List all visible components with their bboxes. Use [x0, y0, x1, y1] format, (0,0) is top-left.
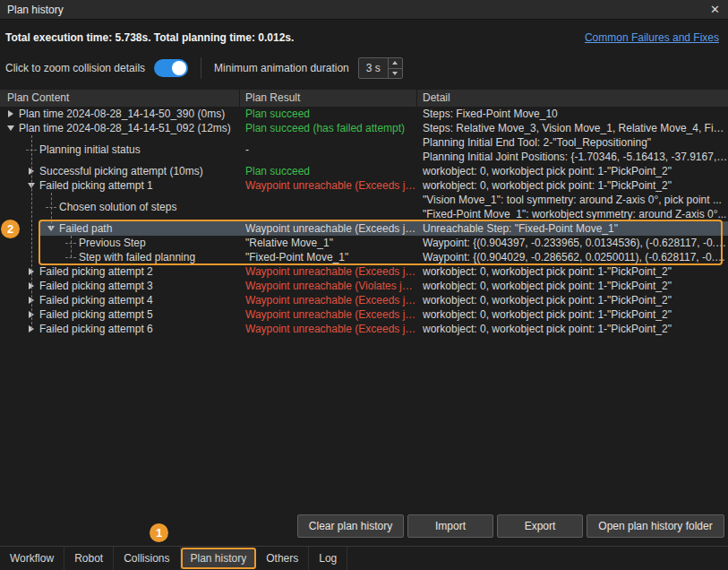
- plan-result-cell: Waypoint unreachable (Exceeds joi...: [240, 264, 417, 279]
- bottom-tab-bar: Workflow Robot Collisions Plan history O…: [0, 546, 728, 570]
- detail-cell: workobject: 0, workobject pick point: 1-…: [417, 279, 728, 293]
- zoom-collision-toggle[interactable]: [154, 59, 188, 77]
- annotation-badge-2: 2: [1, 220, 20, 238]
- plan-result-cell: Plan succeed: [240, 164, 417, 178]
- plan-result-cell: "Fixed-Point Move_1": [240, 250, 417, 264]
- tree-guide-line: [31, 135, 32, 329]
- summary-row: Total execution time: 5.738s. Total plan…: [5, 30, 719, 46]
- tab-others[interactable]: Others: [256, 547, 309, 570]
- column-header-plan-content[interactable]: Plan Content: [0, 90, 240, 107]
- min-duration-label: Minimum animation duration: [214, 62, 349, 74]
- plan-content-label: Successful picking attempt (10ms): [39, 165, 203, 177]
- detail-cell: Steps: Relative Move_3, Vision Move_1, R…: [417, 121, 728, 135]
- detail-cell: workobject: 0, workobject pick point: 1-…: [417, 178, 728, 193]
- plan-history-table: Plan time 2024-08-28_14-14-50_390 (0ms) …: [0, 107, 728, 336]
- plan-content-label: Step with failed planning: [79, 251, 195, 263]
- duration-spinner[interactable]: 3 s: [358, 57, 403, 79]
- export-button[interactable]: Export: [497, 514, 583, 538]
- footer-buttons: Clear plan history Import Export Open pl…: [297, 514, 724, 538]
- plan-content-label: Failed picking attempt 3: [39, 280, 153, 292]
- table-row[interactable]: Successful picking attempt (10ms) Plan s…: [0, 164, 728, 178]
- tab-log[interactable]: Log: [309, 547, 347, 570]
- detail-cell: workobject: 0, workobject pick point: 1-…: [417, 307, 728, 322]
- table-header: Plan Content Plan Result Detail: [0, 90, 728, 107]
- detail-cell: workobject: 0, workobject pick point: 1-…: [417, 293, 728, 307]
- plan-result-cell: Plan succeed: [240, 107, 417, 121]
- import-button[interactable]: Import: [407, 514, 493, 538]
- common-failures-link[interactable]: Common Failures and Fixes: [585, 31, 719, 44]
- table-row-selected-failed-path[interactable]: Failed path Waypoint unreachable (Exceed…: [0, 221, 728, 236]
- controls-row: Click to zoom collision details Minimum …: [5, 55, 723, 82]
- clear-plan-history-button[interactable]: Clear plan history: [297, 514, 404, 538]
- table-row[interactable]: Failed picking attempt 1 Waypoint unreac…: [0, 178, 728, 193]
- zoom-collision-label: Click to zoom collision details: [5, 62, 145, 74]
- table-row[interactable]: Failed picking attempt 5 Waypoint unreac…: [0, 307, 728, 322]
- plan-result-cell: -: [240, 135, 417, 164]
- table-row[interactable]: Failed picking attempt 3 Waypoint unreac…: [0, 279, 728, 293]
- duration-value: 3 s: [359, 58, 388, 78]
- table-row[interactable]: Previous Step "Relative Move_1" Waypoint…: [0, 236, 728, 250]
- table-row[interactable]: Failed picking attempt 6 Waypoint unreac…: [0, 322, 728, 336]
- plan-content-label: Chosen solution of steps: [59, 201, 176, 213]
- plan-content-label: Plan time 2024-08-28_14-14-50_390 (0ms): [19, 108, 225, 120]
- detail-cell: Waypoint: {(0.904397, -0.233965, 0.01345…: [417, 236, 728, 250]
- open-plan-history-folder-button[interactable]: Open plan history folder: [587, 514, 724, 538]
- plan-result-cell: Waypoint unreachable (Violates joi...: [240, 279, 417, 293]
- spinner-up-icon[interactable]: [389, 58, 402, 69]
- plan-content-label: Failed picking attempt 4: [39, 294, 153, 307]
- plan-content-label: Planning initial status: [39, 143, 141, 156]
- plan-result-cell: Waypoint unreachable (Exceeds joi...: [240, 322, 417, 336]
- plan-content-label: Failed picking attempt 5: [39, 308, 153, 321]
- table-row[interactable]: Failed picking attempt 4 Waypoint unreac…: [0, 293, 728, 307]
- table-row[interactable]: Step with failed planning "Fixed-Point M…: [0, 250, 728, 264]
- spinner-down-icon[interactable]: [389, 69, 402, 79]
- plan-result-cell: Waypoint unreachable (Exceeds joi...: [240, 178, 417, 193]
- table-row[interactable]: Chosen solution of steps "Vision Move_1"…: [0, 193, 728, 221]
- plan-result-cell: Waypoint unreachable (Exceeds joi...: [240, 307, 417, 322]
- close-icon[interactable]: ✕: [710, 0, 720, 20]
- column-header-plan-result[interactable]: Plan Result: [240, 90, 417, 107]
- vertical-divider: [201, 57, 201, 79]
- table-row[interactable]: Plan time 2024-08-28_14-14-50_390 (0ms) …: [0, 107, 728, 121]
- detail-cell: workobject: 0, workobject pick point: 1-…: [417, 322, 728, 336]
- collapse-arrow-icon[interactable]: [5, 125, 16, 131]
- plan-content-label: Failed picking attempt 2: [39, 265, 153, 278]
- plan-result-cell: Waypoint unreachable (Exceeds joi...: [240, 293, 417, 307]
- detail-cell: Planning Initial End Tool: 2-"Tool_Repos…: [417, 135, 728, 164]
- tab-collisions[interactable]: Collisions: [114, 547, 180, 570]
- detail-cell: Waypoint: {(0.904029, -0.286562, 0.02500…: [417, 250, 728, 264]
- annotation-badge-1: 1: [150, 523, 168, 542]
- spinner-buttons: [388, 58, 402, 78]
- detail-cell: "Vision Move_1": tool symmetry: around Z…: [417, 193, 728, 221]
- toggle-knob: [172, 61, 186, 75]
- detail-cell: workobject: 0, workobject pick point: 1-…: [417, 164, 728, 178]
- tree-guide-line: [51, 193, 52, 229]
- plan-content-label: Plan time 2024-08-28_14-14-51_092 (12ms): [19, 122, 231, 134]
- detail-cell: workobject: 0, workobject pick point: 1-…: [417, 264, 728, 279]
- tree-guide-line: [71, 236, 72, 257]
- panel-title: Plan history: [7, 0, 64, 20]
- title-bar: Plan history ✕: [0, 0, 728, 20]
- tab-workflow[interactable]: Workflow: [0, 547, 64, 570]
- table-row[interactable]: Planning initial status - Planning Initi…: [0, 135, 728, 164]
- plan-history-panel: Plan history ✕ Total execution time: 5.7…: [0, 0, 728, 570]
- plan-result-cell: Plan succeed (has failed attempt): [240, 121, 417, 135]
- detail-cell: Unreachable Step: "Fixed-Point Move_1": [417, 221, 728, 236]
- plan-content-label: Failed picking attempt 6: [39, 323, 153, 335]
- tab-plan-history[interactable]: Plan history: [181, 548, 257, 569]
- column-header-detail[interactable]: Detail: [417, 90, 728, 107]
- plan-content-label: Failed path: [59, 222, 112, 235]
- plan-result-cell: Waypoint unreachable (Exceeds joi...: [240, 221, 417, 236]
- plan-content-label: Failed picking attempt 1: [39, 179, 153, 192]
- expand-arrow-icon[interactable]: [5, 110, 16, 117]
- plan-result-cell: [240, 193, 417, 221]
- table-row[interactable]: Failed picking attempt 2 Waypoint unreac…: [0, 264, 728, 279]
- tab-robot[interactable]: Robot: [64, 547, 114, 570]
- plan-result-cell: "Relative Move_1": [240, 236, 417, 250]
- plan-content-label: Previous Step: [79, 237, 146, 249]
- detail-cell: Steps: Fixed-Point Move_10: [417, 107, 728, 121]
- total-times-text: Total execution time: 5.738s. Total plan…: [5, 31, 294, 44]
- table-row[interactable]: Plan time 2024-08-28_14-14-51_092 (12ms)…: [0, 121, 728, 135]
